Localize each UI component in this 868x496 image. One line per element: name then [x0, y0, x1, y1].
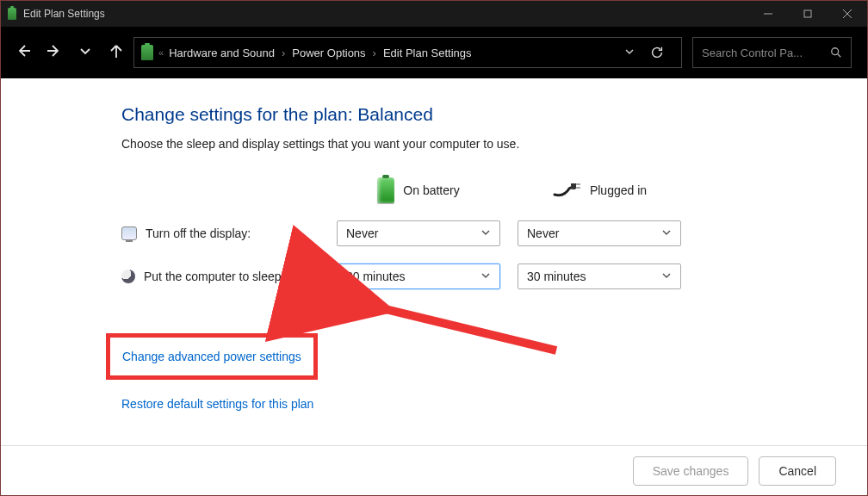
sleep-plugged-select[interactable]: 30 minutes	[518, 264, 681, 289]
minimize-button[interactable]	[748, 1, 788, 27]
display-plugged-select[interactable]: Never	[518, 220, 681, 246]
window-title: Edit Plan Settings	[23, 8, 105, 20]
chevron-right-icon: ›	[371, 46, 378, 59]
forward-button[interactable]	[47, 44, 61, 61]
display-battery-select[interactable]: Never	[337, 220, 500, 246]
breadcrumb-segment[interactable]: Hardware and Sound	[169, 46, 275, 59]
svg-rect-1	[804, 10, 811, 17]
page-subtitle: Choose the sleep and display settings th…	[121, 137, 867, 151]
svg-rect-6	[571, 183, 576, 189]
up-button[interactable]	[109, 44, 123, 61]
titlebar: Edit Plan Settings	[1, 1, 867, 27]
app-icon	[8, 8, 16, 20]
moon-icon	[121, 270, 135, 283]
breadcrumb-segment[interactable]: Power Options	[292, 46, 365, 59]
row-label-display: Turn off the display:	[146, 226, 251, 240]
search-input[interactable]: Search Control Pa...	[692, 37, 852, 68]
breadcrumb[interactable]: « Hardware and Sound › Power Options › E…	[133, 37, 682, 68]
select-value: Never	[527, 226, 559, 240]
select-value: 30 minutes	[527, 270, 586, 283]
sleep-battery-select[interactable]: 30 minutes	[337, 264, 500, 289]
back-button[interactable]	[16, 44, 30, 61]
recent-locations-button[interactable]	[78, 44, 92, 61]
advanced-settings-link[interactable]: Change advanced power settings	[122, 346, 301, 367]
chevron-down-icon[interactable]	[624, 46, 635, 59]
battery-icon	[141, 45, 153, 60]
breadcrumb-segment[interactable]: Edit Plan Settings	[383, 46, 472, 59]
chevron-down-icon	[661, 270, 672, 283]
chevron-down-icon	[480, 226, 491, 240]
display-icon	[121, 226, 137, 240]
svg-line-5	[838, 54, 841, 58]
breadcrumb-overflow-icon: «	[158, 47, 164, 58]
select-value: 30 minutes	[346, 270, 405, 283]
close-button[interactable]	[828, 1, 867, 27]
maximize-button[interactable]	[788, 1, 828, 27]
chevron-right-icon: ›	[280, 46, 287, 59]
page-title: Change settings for the plan: Balanced	[121, 104, 867, 125]
select-value: Never	[346, 226, 378, 240]
plug-icon	[552, 183, 581, 197]
restore-defaults-link[interactable]: Restore default settings for this plan	[121, 394, 867, 414]
search-icon	[830, 46, 842, 59]
refresh-button[interactable]	[640, 45, 674, 60]
battery-icon	[377, 177, 394, 203]
footer: Save changes Cancel	[1, 445, 867, 495]
nav-toolbar: « Hardware and Sound › Power Options › E…	[1, 27, 867, 78]
column-header-battery: On battery	[403, 183, 459, 197]
content-area: Change settings for the plan: Balanced C…	[1, 78, 867, 445]
row-label-sleep: Put the computer to sleep:	[144, 270, 284, 283]
search-placeholder: Search Control Pa...	[702, 46, 803, 59]
column-header-plugged: Plugged in	[590, 183, 647, 197]
chevron-down-icon	[480, 270, 491, 283]
save-button[interactable]: Save changes	[633, 456, 749, 486]
svg-point-4	[832, 48, 839, 55]
chevron-down-icon	[661, 226, 672, 240]
cancel-button[interactable]: Cancel	[759, 456, 836, 486]
annotation-highlight: Change advanced power settings	[106, 333, 318, 380]
